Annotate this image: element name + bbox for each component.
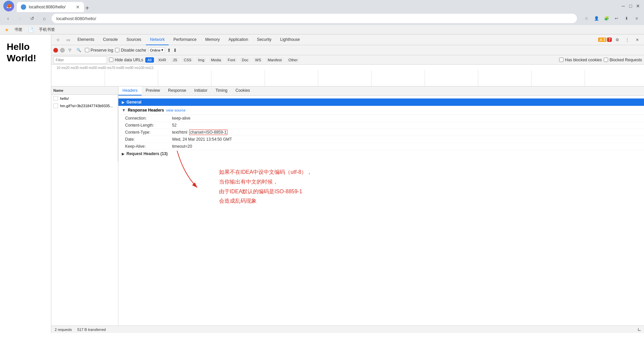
address-value: localhost:8080/hello/ [56,16,96,21]
bookmark-item-1[interactable]: 书签 [14,27,22,32]
header-connection: Connection: keep-alive [118,115,644,122]
header-content-type: Content-Type: text/html charset=ISO-8859… [118,129,644,136]
filter-type-other[interactable]: Other [286,57,300,63]
view-source-link[interactable]: view source [166,108,185,112]
tab-elements[interactable]: Elements [73,34,98,45]
filter-input[interactable] [53,56,107,64]
request-item-hello[interactable]: hello/ [51,95,118,102]
detail-tab-initiator[interactable]: Initiator [190,86,211,95]
maximize-button[interactable]: □ [628,3,633,9]
preserve-log-label[interactable]: Preserve log [85,48,113,53]
bookmarks-bar: ★ 书签 📄 手机书签 [0,25,644,34]
filter-icon-button[interactable]: ▽ [67,47,73,53]
response-headers-header: ▼ Response Headers view source [118,106,644,115]
devtools-device-icon[interactable]: ▭ [63,35,73,45]
resize-handle-icon[interactable] [638,328,641,331]
filter-type-manifest[interactable]: Manifest [265,57,284,63]
blocked-requests-checkbox[interactable] [604,58,608,62]
detail-tab-cookies[interactable]: Cookies [231,86,254,95]
reload-button[interactable]: ↺ [28,14,37,23]
tab-performance[interactable]: Performance [169,34,201,45]
minimize-button[interactable]: ─ [621,3,626,9]
hide-data-urls-checkbox[interactable] [109,58,113,62]
devtools-filter-bar: Hide data URLs All XHR JS CSS Img Media … [51,55,644,65]
detail-tab-headers[interactable]: Headers [118,86,142,95]
back-button[interactable]: ‹ [3,14,13,23]
hide-data-urls-label[interactable]: Hide data URLs [109,58,143,62]
address-bar-input[interactable]: localhost:8080/hello/ [52,14,577,23]
devtools-main-toolbar: ⊹ ▭ Elements Console Sources Network Per… [51,34,644,45]
new-tab-button[interactable]: + [85,4,89,12]
header-date: Date: Wed, 24 Mar 2021 13:54:50 GMT [118,136,644,143]
bookmark-star: ★ [5,27,9,32]
tab-network[interactable]: Network [146,34,169,45]
filter-type-font[interactable]: Font [225,57,237,63]
tab-console[interactable]: Console [99,34,122,45]
charset-highlighted: charset=ISO-8859-1 [189,130,227,135]
tab-close-button[interactable]: ✕ [76,4,80,10]
extension-icon[interactable]: 🧩 [602,14,610,22]
devtools-panel: ⊹ ▭ Elements Console Sources Network Per… [51,34,644,333]
tab-security[interactable]: Security [253,34,275,45]
warning-count: ⚠ 3 [598,38,606,42]
detail-tab-timing[interactable]: Timing [211,86,231,95]
browser-logo: 🦊 [3,1,14,11]
tab-memory[interactable]: Memory [201,34,224,45]
has-blocked-cookies-label[interactable]: Has blocked cookies [559,58,602,62]
filter-type-all[interactable]: All [145,57,154,63]
preserve-log-checkbox[interactable] [85,48,89,52]
timeline-label-3: 40 ms [84,66,93,70]
timeline-label-6: 70 ms [111,66,120,70]
filter-type-css[interactable]: CSS [181,57,194,63]
blocked-requests-label[interactable]: Blocked Requests [604,58,642,62]
export-har-button[interactable]: ⬇ [173,48,177,53]
detail-tab-preview[interactable]: Preview [142,86,164,95]
timeline-label-0: 10 ms [51,66,66,70]
transferred-size: 517 B transferred [77,328,106,332]
devtools-cursor-icon[interactable]: ⊹ [53,35,63,45]
forward-button[interactable]: › [15,14,25,23]
detail-content: ▶ General ▼ Response Headers view source… [118,96,644,326]
tab-application[interactable]: Application [224,34,252,45]
request-item-hm[interactable]: hm.gif?si=3b231847743b9335... [51,102,118,110]
disable-cache-checkbox[interactable] [115,48,119,52]
filter-type-ws[interactable]: WS [253,57,264,63]
history-icon[interactable]: ↩ [612,14,621,22]
detail-tab-response[interactable]: Response [164,86,190,95]
search-button[interactable]: 🔍 [75,47,83,53]
devtools-statusbar: 2 requests 517 B transferred [51,326,644,333]
filter-type-doc[interactable]: Doc [239,57,251,63]
tab-lighthouse[interactable]: Lighthouse [276,34,304,45]
detail-tabs: Headers Preview Response Initiator Timin… [118,86,644,96]
bookmark-item-2[interactable]: 手机书签 [39,27,55,32]
menu-icon[interactable]: ≡ [633,14,641,22]
record-button[interactable] [53,48,58,53]
bookmark-doc-icon: 📄 [28,27,34,32]
general-triangle-icon: ▶ [122,100,124,104]
filter-type-img[interactable]: Img [196,57,207,63]
tab-title: localhost:8080/hello/ [29,5,65,9]
browser-tab-active[interactable]: localhost:8080/hello/ ✕ [17,2,84,12]
timeline-label-8: 90 ms [130,66,139,70]
close-button[interactable]: ✕ [635,3,641,9]
page-title: Hello World! [7,41,44,64]
disable-cache-label[interactable]: Disable cache [115,48,146,53]
filter-type-media[interactable]: Media [209,57,223,63]
filter-type-js[interactable]: JS [170,57,179,63]
filter-type-xhr[interactable]: XHR [156,57,168,63]
home-button[interactable]: ⌂ [40,14,49,23]
profile-icon[interactable]: 👤 [592,14,600,22]
bookmark-star-icon[interactable]: ☆ [582,14,590,22]
tab-sources[interactable]: Sources [122,34,145,45]
has-blocked-cookies-checkbox[interactable] [559,58,564,62]
download-icon[interactable]: ⬇ [623,14,631,22]
general-section-header[interactable]: ▶ General [118,98,644,106]
devtools-settings-icon[interactable]: ⚙ [612,35,622,45]
import-har-button[interactable]: ⬆ [167,48,171,53]
clear-button[interactable] [60,48,65,53]
timeline-area: 10 ms 20 ms 30 ms 40 ms 50 ms 60 ms 70 m… [51,65,644,86]
devtools-close-icon[interactable]: ✕ [633,35,642,45]
throttle-select[interactable]: Online ▾ [148,47,165,53]
annotation-area: 如果不在IDEA中设中文编码（utf-8）， 当你输出有中文的时候， 由于IDE… [118,167,644,206]
devtools-more-icon[interactable]: ⋮ [623,35,632,45]
